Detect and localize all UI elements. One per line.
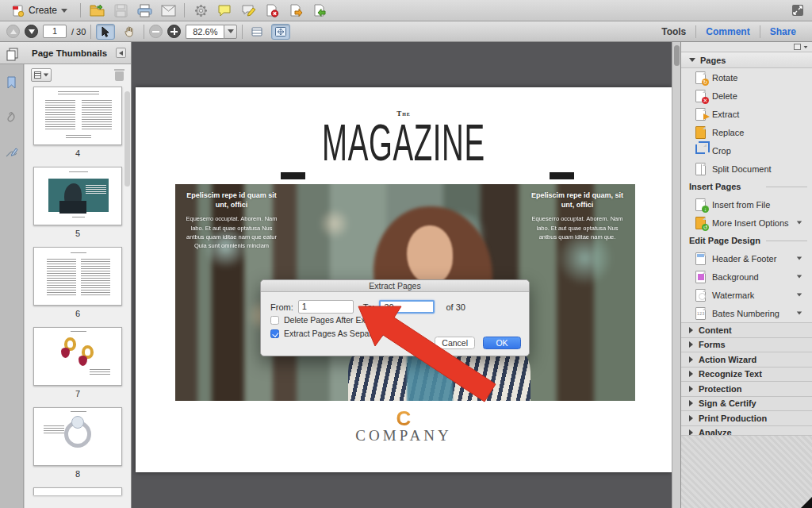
delete-tool[interactable]: ✕ Delete [681, 87, 812, 105]
comment-bubble-icon[interactable] [216, 2, 232, 18]
zoom-out-button[interactable] [149, 25, 163, 38]
separate-files-checkbox-label: Extract Pages As Separate Files [284, 329, 404, 338]
top-toolbar: Create [0, 0, 812, 21]
toolbar-separator [242, 25, 243, 39]
action-wizard-section[interactable]: Action Wizard [681, 352, 812, 367]
nav-right-links: Tools Comment Share [652, 21, 806, 41]
extract-pages-icon[interactable] [288, 2, 304, 18]
document-scrollbar-thumb[interactable] [674, 45, 680, 66]
highlight-note-icon[interactable] [240, 2, 256, 18]
page-number-input[interactable]: 1 [43, 25, 67, 38]
thumbnail-options-button[interactable] [31, 68, 52, 82]
dropdown-caret[interactable] [797, 312, 802, 315]
more-insert-options-tool[interactable]: ↺ More Insert Options [681, 214, 812, 232]
delete-pages-checkbox[interactable] [270, 316, 279, 325]
panel-options-icon[interactable] [794, 44, 801, 50]
to-page-input[interactable]: 30 [379, 300, 435, 314]
collapsed-section-icon [689, 356, 693, 363]
thumbnail-page-number: 4 [33, 145, 122, 167]
split-document-tool[interactable]: Split Document [681, 160, 812, 178]
content-section[interactable]: Content [681, 322, 812, 337]
insert-pages-icon[interactable] [312, 2, 327, 18]
share-tab[interactable]: Share [760, 21, 806, 41]
header-footer-tool[interactable]: Header & Footer [681, 249, 812, 267]
hand-tool-button[interactable] [120, 24, 139, 40]
next-page-button[interactable] [25, 25, 38, 38]
page-thumbnails-tab[interactable] [0, 44, 24, 64]
rotate-tool[interactable]: ↻ Rotate [681, 68, 812, 87]
attachments-tab[interactable] [5, 110, 19, 125]
dropdown-caret[interactable] [797, 221, 802, 225]
create-dropdown-caret [61, 9, 67, 13]
pages-section-header[interactable]: Pages [681, 52, 812, 68]
delete-pages-icon[interactable] [264, 2, 280, 18]
signatures-icon [5, 147, 18, 159]
cancel-button[interactable]: Cancel [435, 337, 475, 349]
create-button[interactable]: Create [6, 2, 72, 19]
collapsed-section-icon [689, 327, 693, 333]
thumbnail-page-9-partial[interactable] [33, 487, 122, 495]
watermark-tool[interactable]: Watermark [681, 286, 812, 304]
thumbnail-page-8[interactable]: 8 [33, 407, 122, 487]
dropdown-caret[interactable] [797, 294, 802, 297]
bates-numbering-tool[interactable]: Bates Numbering [681, 304, 812, 322]
thumbnail-image [33, 87, 122, 145]
page-count-label: / 30 [71, 27, 86, 37]
recognize-text-section[interactable]: Recognize Text [681, 367, 812, 382]
collapse-panel-button[interactable] [116, 48, 126, 58]
dropdown-caret[interactable] [797, 257, 802, 260]
thumbnail-page-number: 6 [33, 306, 122, 327]
sign-certify-section[interactable]: Sign & Certify [681, 396, 812, 411]
signatures-tab[interactable] [5, 145, 19, 160]
replace-icon [695, 126, 706, 139]
extract-pages-dialog: Extract Pages From: 1 To: 30 of 30 Delet… [260, 279, 530, 356]
open-file-icon[interactable] [89, 2, 105, 18]
comment-tab[interactable]: Comment [696, 21, 759, 41]
document-canvas: The MAGAZINE Epeliscim repe id quam sit … [132, 42, 680, 508]
print-icon[interactable] [136, 2, 152, 18]
thumbnail-page-7[interactable]: 7 [33, 327, 122, 407]
dropdown-caret[interactable] [797, 275, 802, 279]
ok-button[interactable]: OK [483, 337, 521, 349]
separate-files-checkbox[interactable] [270, 329, 279, 338]
thumbnail-image [33, 407, 122, 466]
thumbnail-page-6[interactable]: 6 [33, 247, 122, 327]
background-tool[interactable]: Background [681, 267, 812, 286]
previous-page-button[interactable] [6, 25, 20, 38]
zoom-out-icon [152, 31, 159, 33]
separate-files-checkbox-row: Extract Pages As Separate Files [270, 329, 404, 338]
thumbnail-page-4[interactable]: 4 [33, 87, 122, 167]
insert-from-file-tool[interactable]: ↓ Insert from File [681, 195, 812, 214]
dialog-title: Extract Pages [261, 280, 529, 292]
print-production-section[interactable]: Print Production [681, 410, 812, 425]
forms-section[interactable]: Forms [681, 337, 812, 352]
of-total-label: of 30 [446, 302, 465, 312]
resize-grip-icon[interactable] [801, 497, 812, 508]
crop-tool[interactable]: Crop [681, 141, 812, 160]
expand-window-icon[interactable] [790, 2, 806, 18]
zoom-in-button[interactable] [167, 25, 181, 38]
document-scrollbar[interactable] [672, 42, 680, 508]
scrolling-mode-button[interactable] [247, 24, 266, 40]
save-icon[interactable] [113, 2, 128, 18]
delete-thumbnail-icon[interactable] [114, 69, 124, 81]
tools-tab[interactable]: Tools [652, 21, 695, 41]
from-page-input[interactable]: 1 [298, 300, 354, 314]
bates-numbering-icon [695, 307, 706, 320]
settings-gear-icon[interactable] [193, 2, 209, 18]
protection-section[interactable]: Protection [681, 381, 812, 396]
zoom-dropdown-button[interactable] [224, 25, 237, 39]
thumbnail-page-5[interactable]: 5 [33, 167, 122, 247]
email-icon[interactable] [160, 2, 176, 18]
replace-tool[interactable]: Replace [681, 123, 812, 141]
thumbnail-page-number: 8 [33, 466, 122, 487]
delete-pages-checkbox-row: Delete Pages After Extracting [270, 315, 393, 325]
bookmarks-tab[interactable] [5, 75, 19, 90]
thumbnails-scrollbar[interactable] [124, 91, 130, 187]
extract-tool[interactable]: Extract [681, 105, 812, 123]
fit-page-button[interactable] [271, 24, 290, 40]
select-tool-button[interactable] [96, 24, 115, 40]
zoom-level-input[interactable]: 82.6% [186, 25, 224, 39]
hero-right-heading: Epeliscim repe id quam, sit unt, offici [530, 190, 624, 210]
delete-icon: ✕ [695, 90, 706, 102]
